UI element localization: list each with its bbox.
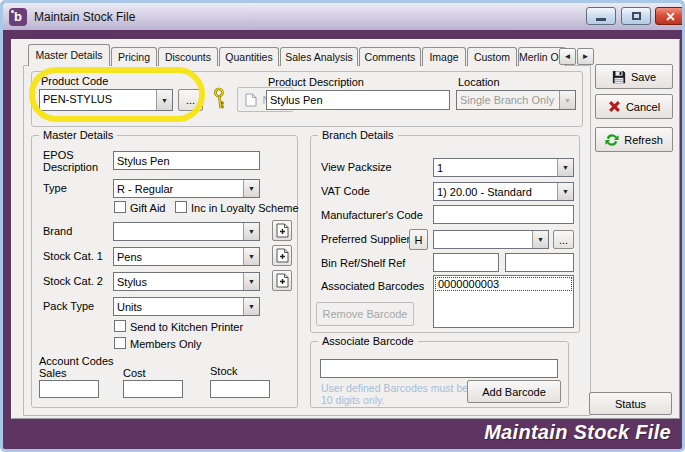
branch-details-group-title: Branch Details bbox=[318, 129, 398, 141]
brand-label: Brand bbox=[43, 225, 72, 237]
supplier-browse-button[interactable]: ... bbox=[553, 230, 574, 249]
preferred-supplier-combo[interactable]: ▼ bbox=[433, 230, 549, 249]
chevron-down-icon[interactable]: ▼ bbox=[557, 159, 573, 176]
stock-cat1-combo[interactable]: Pens ▼ bbox=[113, 247, 260, 266]
product-description-input[interactable] bbox=[266, 90, 450, 110]
status-button-label: Status bbox=[615, 398, 646, 410]
add-document-icon bbox=[276, 248, 289, 263]
tab-quantities[interactable]: Quantities bbox=[219, 47, 279, 66]
shelf-ref-input[interactable] bbox=[505, 253, 574, 272]
status-button[interactable]: Status bbox=[589, 392, 672, 415]
footer-title: Maintain Stock File bbox=[484, 421, 671, 444]
associated-barcodes-list[interactable]: 0000000003 bbox=[433, 275, 574, 328]
app-logo-icon: b bbox=[9, 8, 27, 26]
stock-cat2-value: Stylus bbox=[114, 273, 243, 290]
tab-scroll-right-icon[interactable]: ► bbox=[577, 48, 594, 65]
chevron-down-icon[interactable]: ▼ bbox=[532, 231, 548, 248]
stock-cat1-label: Stock Cat. 1 bbox=[43, 250, 103, 262]
loyalty-scheme-checkbox[interactable] bbox=[175, 201, 187, 213]
loyalty-scheme-label: Inc in Loyalty Scheme bbox=[191, 202, 299, 214]
barcode-hint-line2: 10 digits only. bbox=[321, 394, 384, 406]
tab-custom[interactable]: Custom bbox=[467, 47, 517, 66]
close-button[interactable] bbox=[655, 7, 685, 25]
chevron-down-icon[interactable]: ▼ bbox=[243, 298, 259, 315]
cost-code-input[interactable] bbox=[123, 380, 183, 398]
bin-ref-input[interactable] bbox=[433, 253, 499, 272]
kitchen-printer-checkbox[interactable] bbox=[114, 320, 126, 332]
epos-description-label: EPOS Description bbox=[43, 149, 107, 173]
cancel-button-label: Cancel bbox=[626, 101, 660, 113]
supplier-history-button[interactable]: H bbox=[409, 229, 428, 250]
chevron-down-icon[interactable]: ▼ bbox=[156, 90, 172, 110]
type-combo[interactable]: R - Regular ▼ bbox=[113, 179, 260, 198]
manufacturers-code-input[interactable] bbox=[433, 205, 574, 224]
gift-aid-checkbox[interactable] bbox=[114, 201, 126, 213]
chevron-down-icon[interactable]: ▼ bbox=[243, 248, 259, 265]
sales-code-input[interactable] bbox=[39, 380, 99, 398]
logo-letter: b bbox=[14, 9, 22, 24]
cancel-button[interactable]: Cancel bbox=[595, 94, 673, 119]
tab-image[interactable]: Image bbox=[422, 47, 466, 66]
tab-discounts[interactable]: Discounts bbox=[158, 47, 218, 66]
view-packsize-combo[interactable]: 1 ▼ bbox=[433, 158, 574, 177]
preferred-supplier-label: Preferred Supplier bbox=[321, 233, 410, 245]
epos-description-input[interactable] bbox=[113, 151, 260, 170]
refresh-icon bbox=[605, 133, 619, 147]
bin-shelf-ref-label: Bin Ref/Shelf Ref bbox=[321, 257, 405, 269]
cost-label: Cost bbox=[123, 367, 146, 379]
refresh-button[interactable]: Refresh bbox=[595, 127, 673, 152]
tab-scroll-left-icon[interactable]: ◄ bbox=[559, 48, 576, 65]
account-codes-label: Account Codes bbox=[39, 355, 114, 367]
pack-type-combo[interactable]: Units ▼ bbox=[113, 297, 260, 316]
chevron-down-icon[interactable]: ▼ bbox=[243, 223, 259, 240]
footer-bar: Maintain Stock File bbox=[3, 416, 682, 449]
save-button-label: Save bbox=[631, 71, 656, 83]
stock-cat1-value: Pens bbox=[114, 248, 243, 265]
chevron-down-icon[interactable]: ▼ bbox=[243, 273, 259, 290]
add-document-icon bbox=[276, 273, 289, 288]
members-only-label: Members Only bbox=[130, 338, 202, 350]
stock-code-input[interactable] bbox=[210, 380, 270, 398]
stock-label: Stock bbox=[210, 365, 238, 377]
minimize-button[interactable] bbox=[586, 7, 616, 25]
logo-dot bbox=[11, 10, 14, 13]
members-only-checkbox[interactable] bbox=[114, 337, 126, 349]
add-barcode-button[interactable]: Add Barcode bbox=[467, 380, 561, 403]
view-packsize-label: View Packsize bbox=[321, 161, 392, 173]
add-stock-cat1-button[interactable] bbox=[272, 245, 292, 266]
barcode-list-item[interactable]: 0000000003 bbox=[435, 277, 572, 291]
preferred-supplier-value bbox=[434, 231, 532, 248]
tab-master-details[interactable]: Master Details bbox=[28, 44, 110, 66]
brand-value bbox=[114, 223, 243, 240]
location-value: Single Branch Only bbox=[457, 91, 559, 109]
key-icon[interactable] bbox=[207, 86, 231, 112]
product-code-combo[interactable]: PEN-STYLUS ▼ bbox=[39, 89, 173, 111]
tab-sales-analysis[interactable]: Sales Analysis bbox=[280, 47, 358, 66]
maximize-button[interactable] bbox=[621, 7, 651, 25]
gift-aid-label: Gift Aid bbox=[130, 202, 165, 214]
chevron-down-icon[interactable]: ▼ bbox=[557, 183, 573, 200]
type-label: Type bbox=[43, 182, 67, 194]
chevron-down-icon[interactable]: ▼ bbox=[243, 180, 259, 197]
vat-code-label: VAT Code bbox=[321, 185, 370, 197]
product-code-browse-button[interactable]: ... bbox=[178, 89, 203, 111]
tab-strip: Master Details Pricing Discounts Quantit… bbox=[28, 44, 567, 66]
vat-code-combo[interactable]: 1) 20.00 - Standard ▼ bbox=[433, 182, 574, 201]
type-value: R - Regular bbox=[114, 180, 243, 197]
remove-barcode-button[interactable]: Remove Barcode bbox=[316, 302, 414, 326]
location-combo: Single Branch Only ▼ bbox=[456, 90, 576, 110]
product-description-label: Product Description bbox=[268, 76, 364, 88]
stock-cat2-label: Stock Cat. 2 bbox=[43, 275, 103, 287]
tab-pricing[interactable]: Pricing bbox=[111, 47, 157, 66]
minimize-icon bbox=[596, 18, 606, 21]
add-stock-cat2-button[interactable] bbox=[272, 270, 292, 291]
associate-barcode-input[interactable] bbox=[320, 359, 558, 378]
master-details-group-title: Master Details bbox=[39, 129, 117, 141]
pack-type-value: Units bbox=[114, 298, 243, 315]
save-button[interactable]: Save bbox=[595, 64, 673, 89]
tab-comments[interactable]: Comments bbox=[359, 47, 421, 66]
brand-combo[interactable]: ▼ bbox=[113, 222, 260, 241]
add-brand-button[interactable] bbox=[272, 220, 292, 241]
stock-cat2-combo[interactable]: Stylus ▼ bbox=[113, 272, 260, 291]
product-code-label: Product Code bbox=[41, 75, 108, 87]
